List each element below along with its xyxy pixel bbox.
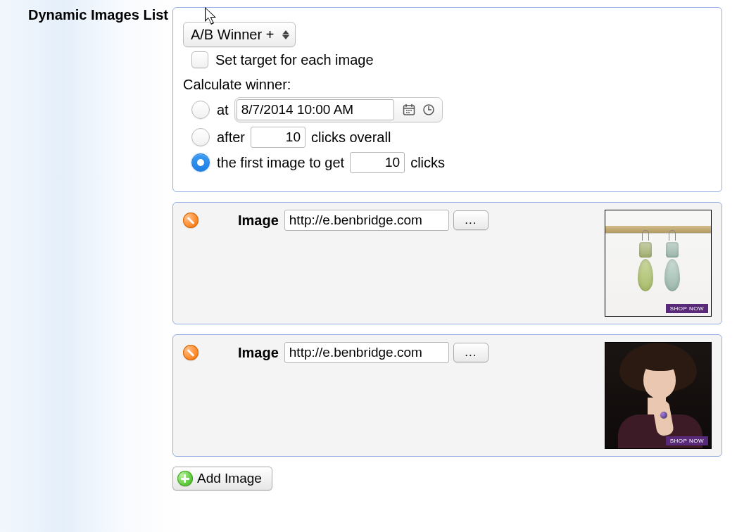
image-panel-2: Image ... SHOP NOW — [172, 334, 722, 457]
browse-button-1[interactable]: ... — [453, 210, 489, 230]
browse-button-2[interactable]: ... — [453, 343, 489, 362]
thumb-cta-2: SHOP NOW — [666, 436, 708, 445]
svg-point-8 — [410, 110, 412, 111]
svg-marker-1 — [282, 35, 289, 39]
plus-icon — [177, 471, 193, 486]
calculate-winner-label: Calculate winner: — [183, 77, 291, 93]
calendar-icon[interactable] — [400, 101, 418, 119]
image-label: Image — [238, 213, 279, 229]
svg-point-9 — [406, 112, 408, 113]
svg-marker-0 — [282, 30, 289, 34]
add-image-label: Add Image — [197, 471, 262, 486]
disable-icon[interactable] — [183, 213, 199, 228]
svg-point-10 — [408, 112, 410, 113]
svg-point-6 — [406, 110, 408, 111]
radio-first-prefix: the first image to get — [217, 155, 344, 171]
image-label: Image — [238, 345, 279, 361]
radio-at-label: at — [217, 102, 229, 118]
mode-select-value: A/B Winner + — [191, 27, 274, 43]
datetime-group — [234, 97, 443, 122]
chevron-updown-icon — [282, 30, 289, 39]
radio-after[interactable] — [191, 128, 210, 146]
image-url-input-1[interactable] — [284, 210, 449, 231]
first-suffix: clicks — [410, 155, 445, 171]
section-title: Dynamic Images List — [28, 7, 172, 23]
image-url-input-2[interactable] — [284, 342, 449, 363]
svg-point-7 — [408, 110, 410, 111]
config-panel: A/B Winner + Set target for each image C… — [172, 7, 722, 192]
image-panel-1: Image ... SHOP NOW — [172, 202, 722, 324]
radio-first[interactable] — [191, 153, 210, 172]
image-thumbnail-2[interactable]: SHOP NOW — [605, 342, 712, 449]
set-target-checkbox[interactable] — [191, 51, 208, 68]
clock-icon[interactable] — [420, 101, 438, 119]
disable-icon[interactable] — [183, 345, 199, 360]
after-count-input[interactable] — [251, 127, 305, 148]
radio-at[interactable] — [191, 101, 210, 119]
thumb-cta-1: SHOP NOW — [666, 304, 708, 313]
first-count-input[interactable] — [350, 152, 405, 173]
add-image-button[interactable]: Add Image — [172, 467, 272, 490]
after-suffix: clicks overall — [311, 129, 391, 146]
set-target-label: Set target for each image — [215, 52, 374, 68]
radio-after-label: after — [217, 129, 245, 146]
image-thumbnail-1[interactable]: SHOP NOW — [605, 210, 712, 317]
mode-select[interactable]: A/B Winner + — [183, 22, 296, 47]
datetime-input[interactable] — [237, 99, 394, 120]
